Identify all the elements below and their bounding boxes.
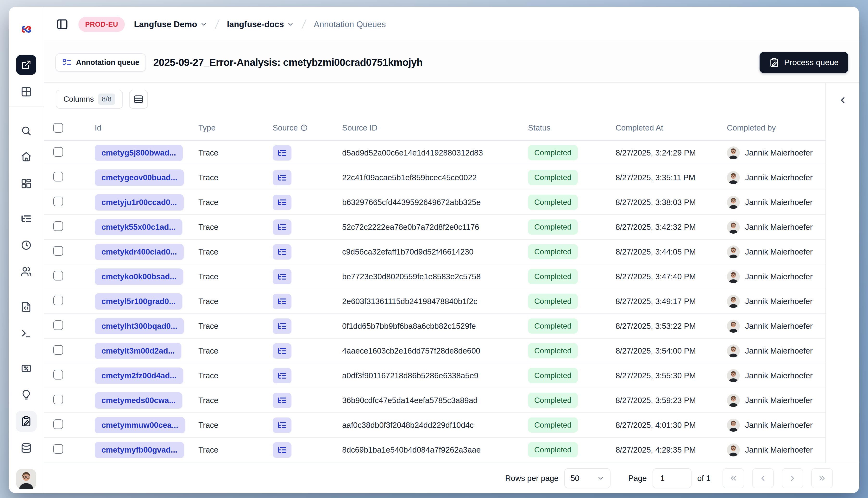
terminal-icon: [21, 328, 32, 339]
queue-items-table: Columns 8/8 Id Type Source Source I: [44, 83, 826, 463]
row-checkbox[interactable]: [53, 419, 63, 429]
row-checkbox[interactable]: [53, 444, 63, 454]
sidebar-item-tables[interactable]: [21, 86, 32, 97]
table-row[interactable]: cmetykdr400ciad0... Trace c9d56ca32efaff…: [44, 240, 826, 264]
sidebar-item-prompts[interactable]: [21, 301, 32, 313]
column-header-status[interactable]: Status: [528, 123, 616, 132]
sidebar-item-sessions[interactable]: [21, 240, 32, 251]
row-checkbox[interactable]: [53, 246, 63, 256]
column-header-completed-by[interactable]: Completed by: [727, 123, 826, 132]
queue-type-chip[interactable]: Annotation queue: [55, 53, 146, 71]
table-row[interactable]: cmetymeds00cwa... Trace 36b90cdfc47e5da1…: [44, 388, 826, 413]
table-row[interactable]: cmetyju1r00ccad0... Trace b63297665cfd44…: [44, 190, 826, 215]
source-trace-button[interactable]: [273, 393, 292, 408]
table-row[interactable]: cmetyk55x00c1ad... Trace 52c72c2222ea78e…: [44, 215, 826, 240]
source-trace-button[interactable]: [273, 195, 292, 210]
sidebar-item-search[interactable]: [21, 125, 32, 136]
item-id-link[interactable]: cmetym2fz00d4ad...: [95, 367, 183, 384]
sidebar-item-datasets[interactable]: [21, 443, 32, 454]
sidebar-item-home[interactable]: [21, 151, 32, 162]
collapse-panel-button[interactable]: [835, 93, 851, 108]
clipboard-pen-icon: [21, 416, 32, 427]
table-row[interactable]: cmetyg5j800bwad... Trace d5ad9d52a00c6e1…: [44, 141, 826, 165]
page-label: Page: [628, 474, 647, 483]
item-id-link[interactable]: cmetyl5r100grad0...: [95, 293, 182, 310]
table-row[interactable]: cmetyko0k00bsad... Trace be7723e30d80205…: [44, 264, 826, 289]
item-id-link[interactable]: cmetymmuw00cea...: [95, 417, 185, 433]
previous-page-button[interactable]: [752, 468, 774, 488]
sidebar-item-dashboards[interactable]: [21, 178, 32, 189]
source-trace-button[interactable]: [273, 269, 292, 284]
source-trace-button[interactable]: [273, 418, 292, 433]
rows-per-page-select[interactable]: 50: [564, 468, 610, 488]
sidebar-item-insights[interactable]: [21, 389, 32, 401]
source-trace-button[interactable]: [273, 442, 292, 458]
row-checkbox[interactable]: [53, 395, 63, 404]
sidebar-item-tracing[interactable]: [21, 213, 32, 224]
row-checkbox[interactable]: [53, 296, 63, 305]
table-row[interactable]: cmetymyfb00gvad... Trace 8dc69b1ba1e540b…: [44, 438, 826, 462]
table-row[interactable]: cmetylht300bqad0... Trace 0f1dd65b7bb9bf…: [44, 314, 826, 339]
row-checkbox[interactable]: [53, 147, 63, 157]
sidebar-item-evaluation[interactable]: [21, 363, 32, 374]
item-id-link[interactable]: cmetymyfb00gvad...: [95, 442, 184, 458]
row-checkbox[interactable]: [53, 221, 63, 231]
last-page-button[interactable]: [811, 468, 833, 488]
breadcrumb-org[interactable]: Langfuse Demo: [134, 19, 207, 29]
column-header-type[interactable]: Type: [198, 123, 273, 132]
sidebar-toggle-button[interactable]: [56, 18, 69, 31]
item-id-link[interactable]: cmetymeds00cwa...: [95, 392, 182, 409]
item-id-link[interactable]: cmetygeov00buad...: [95, 169, 184, 186]
org-name: Langfuse Demo: [134, 19, 197, 29]
process-queue-label: Process queue: [784, 58, 839, 67]
table-row[interactable]: cmetym2fz00d4ad... Trace a0df3f901167218…: [44, 363, 826, 388]
table-row[interactable]: cmetyl5r100grad0... Trace 2e603f31361115…: [44, 289, 826, 314]
row-checkbox[interactable]: [53, 172, 63, 182]
chevron-down-icon: [597, 475, 604, 482]
item-id-link[interactable]: cmetyg5j800bwad...: [95, 145, 183, 161]
row-checkbox[interactable]: [53, 370, 63, 380]
column-header-completed-at[interactable]: Completed At: [616, 123, 727, 132]
source-trace-button[interactable]: [273, 244, 292, 260]
item-id-link[interactable]: cmetyju1r00ccad0...: [95, 194, 184, 211]
page-number-input[interactable]: [652, 468, 691, 488]
breadcrumb-project[interactable]: langfuse-docs: [227, 19, 294, 29]
row-checkbox[interactable]: [53, 345, 63, 355]
source-trace-button[interactable]: [273, 318, 292, 334]
info-icon: [300, 124, 308, 131]
sidebar-item-playground[interactable]: [21, 328, 32, 339]
source-trace-button[interactable]: [273, 294, 292, 309]
next-page-button[interactable]: [782, 468, 803, 488]
item-id-link[interactable]: cmetyko0k00bsad...: [95, 268, 183, 285]
table-row[interactable]: cmetylt3m00d2ad... Trace 4aaece1603cb2e1…: [44, 339, 826, 363]
environment-badge[interactable]: PROD-EU: [78, 17, 125, 32]
column-header-source[interactable]: Source: [273, 123, 342, 132]
item-id-link[interactable]: cmetykdr400ciad0...: [95, 244, 184, 260]
item-id-link[interactable]: cmetyk55x00c1ad...: [95, 219, 182, 235]
first-page-button[interactable]: [723, 468, 744, 488]
status-badge: Completed: [528, 442, 578, 457]
sidebar-item-annotation-queues[interactable]: [16, 411, 37, 432]
breadcrumb-page: Annotation Queues: [314, 19, 386, 29]
item-id-link[interactable]: cmetylt3m00d2ad...: [95, 343, 181, 359]
source-trace-button[interactable]: [273, 343, 292, 358]
source-trace-button[interactable]: [273, 220, 292, 235]
table-row[interactable]: cmetygeov00buad... Trace 22c41f09acae5b1…: [44, 165, 826, 190]
source-trace-button[interactable]: [273, 170, 292, 185]
source-trace-button[interactable]: [273, 145, 292, 160]
row-checkbox[interactable]: [53, 197, 63, 206]
open-external-button[interactable]: [16, 55, 36, 75]
row-height-button[interactable]: [129, 90, 148, 109]
sidebar-item-users[interactable]: [21, 266, 32, 277]
row-checkbox[interactable]: [53, 271, 63, 280]
columns-button[interactable]: Columns 8/8: [56, 90, 123, 109]
user-avatar[interactable]: [16, 469, 36, 489]
column-header-id[interactable]: Id: [95, 123, 198, 132]
table-row[interactable]: cmetymmuw00cea... Trace aaf0c38db0f3f204…: [44, 413, 826, 438]
select-all-checkbox[interactable]: [53, 123, 63, 133]
source-trace-button[interactable]: [273, 368, 292, 383]
column-header-source-id[interactable]: Source ID: [342, 123, 528, 132]
row-checkbox[interactable]: [53, 320, 63, 330]
item-id-link[interactable]: cmetylht300bqad0...: [95, 318, 184, 334]
process-queue-button[interactable]: Process queue: [760, 52, 848, 73]
